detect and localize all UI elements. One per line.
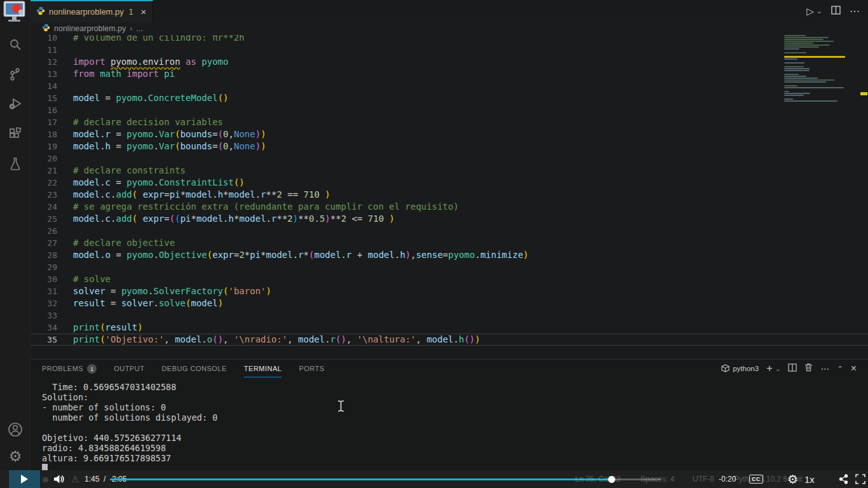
minimap-line bbox=[784, 37, 829, 38]
code-line-24[interactable]: 24# se agrega restricción extra (redunda… bbox=[31, 201, 868, 213]
code-line-21[interactable]: 21# declare constraints bbox=[31, 165, 868, 177]
play-button[interactable] bbox=[9, 470, 40, 488]
extensions-icon[interactable] bbox=[6, 125, 24, 143]
code-text: model.r = pyomo.Var(bounds=(0,None)) bbox=[73, 128, 266, 140]
code-line-16[interactable]: 16 bbox=[31, 104, 868, 116]
search-icon[interactable] bbox=[6, 36, 24, 53]
code-line-11[interactable]: 11 bbox=[31, 44, 868, 56]
code-line-31[interactable]: 31solver = pyomo.SolverFactory('baron') bbox=[31, 285, 868, 297]
line-number: 31 bbox=[31, 285, 57, 297]
close-panel-icon[interactable]: × bbox=[851, 363, 857, 374]
source-control-icon[interactable] bbox=[6, 65, 24, 83]
line-number: 12 bbox=[31, 56, 57, 68]
kill-terminal-trash-icon[interactable] bbox=[804, 363, 813, 374]
bottom-bar: ⊗ ⚠ 1:45 / 2:05 Ln 35, Col 62 Spaces: 4 … bbox=[0, 470, 868, 488]
tab-nonlinearproblem[interactable]: nonlinearproblem.py 1 × bbox=[31, 0, 153, 22]
panel-tab-terminal[interactable]: TERMINAL bbox=[244, 360, 282, 377]
code-line-30[interactable]: 30# solve bbox=[31, 273, 868, 285]
code-line-25[interactable]: 25model.c.add( expr=((pi*model.h*model.r… bbox=[31, 213, 868, 225]
warnings-status-icon[interactable]: ⚠ bbox=[71, 470, 79, 488]
code-line-18[interactable]: 18model.r = pyomo.Var(bounds=(0,None)) bbox=[31, 128, 868, 140]
tab-close-icon[interactable]: × bbox=[140, 6, 146, 17]
python-file-icon bbox=[42, 23, 50, 34]
code-text: from math import pi bbox=[73, 68, 175, 80]
mouse-ibeam-cursor bbox=[337, 400, 345, 415]
status-line-col[interactable]: Ln 35, Col 62 bbox=[575, 470, 620, 488]
panel-tab-debug-console[interactable]: DEBUG CONSOLE bbox=[161, 360, 226, 377]
settings-gear-icon[interactable]: ⚙ bbox=[6, 447, 24, 465]
panel-tab-problems[interactable]: PROBLEMS 1 bbox=[42, 360, 97, 377]
maximize-panel-chevron-icon[interactable]: ⌃ bbox=[837, 365, 843, 373]
terminal-output[interactable]: Time: 0.5696547031402588Solution:- numbe… bbox=[42, 382, 217, 475]
minimap-line bbox=[784, 48, 799, 50]
minimap[interactable] bbox=[784, 35, 845, 102]
errors-status-icon[interactable]: ⊗ bbox=[42, 470, 49, 488]
code-line-33[interactable]: 33 bbox=[31, 309, 868, 322]
panel-more-actions-icon[interactable]: ⋯ bbox=[820, 363, 829, 374]
code-text: model.c = pyomo.ConstraintList() bbox=[73, 177, 245, 189]
code-line-28[interactable]: 28model.o = pyomo.Objective(expr=2*pi*mo… bbox=[31, 249, 868, 261]
terminal-line: altura: 9.669176517898537 bbox=[42, 453, 217, 463]
minimap-line bbox=[784, 66, 804, 67]
captions-button[interactable]: CC bbox=[749, 470, 763, 488]
split-terminal-icon[interactable] bbox=[788, 363, 797, 374]
line-number: 16 bbox=[31, 104, 57, 116]
current-time: 1:45 bbox=[85, 470, 99, 488]
code-line-15[interactable]: 15model = pyomo.ConcreteModel() bbox=[31, 92, 868, 104]
code-line-19[interactable]: 19model.h = pyomo.Var(bounds=(0,None)) bbox=[31, 140, 868, 152]
status-encoding[interactable]: UTF-8 bbox=[693, 470, 714, 488]
minimap-line bbox=[784, 85, 797, 86]
more-actions-icon[interactable]: ⋯ bbox=[850, 5, 860, 17]
code-line-14[interactable]: 14 bbox=[31, 80, 868, 92]
line-number: 32 bbox=[31, 297, 57, 309]
minimap-line bbox=[784, 62, 804, 64]
playback-speed[interactable]: 1x bbox=[804, 470, 815, 488]
line-number: 22 bbox=[31, 177, 57, 189]
panel-tab-ports[interactable]: PORTS bbox=[299, 360, 324, 377]
code-line-12[interactable]: 12import pyomo.environ as pyomo bbox=[31, 56, 868, 68]
status-indent[interactable]: Spaces: 4 bbox=[641, 470, 674, 488]
terminal-dropdown-chevron-icon[interactable]: ⌄ bbox=[775, 365, 780, 372]
code-line-17[interactable]: 17# declare decision variables bbox=[31, 116, 868, 128]
code-line-27[interactable]: 27# declare objective bbox=[31, 237, 868, 249]
code-text: # solve bbox=[73, 273, 111, 285]
fullscreen-icon[interactable] bbox=[855, 470, 865, 488]
run-dropdown-chevron-icon[interactable]: ⌄ bbox=[817, 7, 822, 15]
run-and-debug-icon[interactable] bbox=[6, 95, 24, 113]
code-line-35[interactable]: 35print('Objetivo:', model.o(), '\nradio… bbox=[31, 334, 868, 346]
code-line-13[interactable]: 13from math import pi bbox=[31, 68, 868, 80]
editor-actions: ▷ ⌄ ⋯ bbox=[806, 0, 860, 22]
share-icon[interactable] bbox=[839, 470, 848, 488]
line-number: 28 bbox=[31, 249, 57, 261]
terminal-shell-item[interactable]: python3 bbox=[721, 364, 759, 374]
overview-ruler[interactable] bbox=[859, 32, 868, 359]
minimap-line bbox=[784, 35, 806, 36]
new-terminal-icon[interactable]: + bbox=[766, 362, 773, 375]
code-line-32[interactable]: 32result = solver.solve(model) bbox=[31, 297, 868, 309]
minimap-line bbox=[784, 56, 845, 58]
volume-icon[interactable] bbox=[53, 470, 65, 488]
code-line-29[interactable]: 29 bbox=[31, 261, 868, 273]
code-line-34[interactable]: 34print(result) bbox=[31, 322, 868, 334]
line-number: 34 bbox=[31, 322, 57, 334]
run-file-icon[interactable]: ▷ bbox=[806, 6, 814, 17]
breadcrumb-more[interactable]: ... bbox=[136, 24, 142, 33]
player-settings-gear-icon[interactable]: ⚙ bbox=[787, 470, 798, 488]
breadcrumb-filename[interactable]: nonlinearproblem.py bbox=[54, 24, 126, 33]
activity-bar: ⚙ bbox=[0, 0, 31, 470]
code-line-23[interactable]: 23model.c.add( expr=pi*model.h*model.r**… bbox=[31, 189, 868, 201]
code-line-22[interactable]: 22model.c = pyomo.ConstraintList() bbox=[31, 177, 868, 189]
minimap-line bbox=[784, 58, 797, 60]
breadcrumb-separator: › bbox=[130, 24, 132, 33]
code-editor[interactable]: 10# volumen de un cilindro: πr**2h1112im… bbox=[31, 32, 868, 359]
code-line-26[interactable]: 26 bbox=[31, 225, 868, 237]
breadcrumb[interactable]: nonlinearproblem.py › ... bbox=[31, 22, 868, 35]
line-number: 14 bbox=[31, 80, 57, 92]
code-line-20[interactable]: 20 bbox=[31, 152, 868, 165]
account-icon[interactable] bbox=[6, 421, 24, 438]
split-editor-icon[interactable] bbox=[831, 6, 841, 17]
seek-bar-fill bbox=[110, 478, 611, 480]
code-text: model.o = pyomo.Objective(expr=2*pi*mode… bbox=[73, 249, 529, 261]
panel-tab-output[interactable]: OUTPUT bbox=[114, 360, 144, 377]
testing-icon[interactable] bbox=[6, 155, 24, 173]
